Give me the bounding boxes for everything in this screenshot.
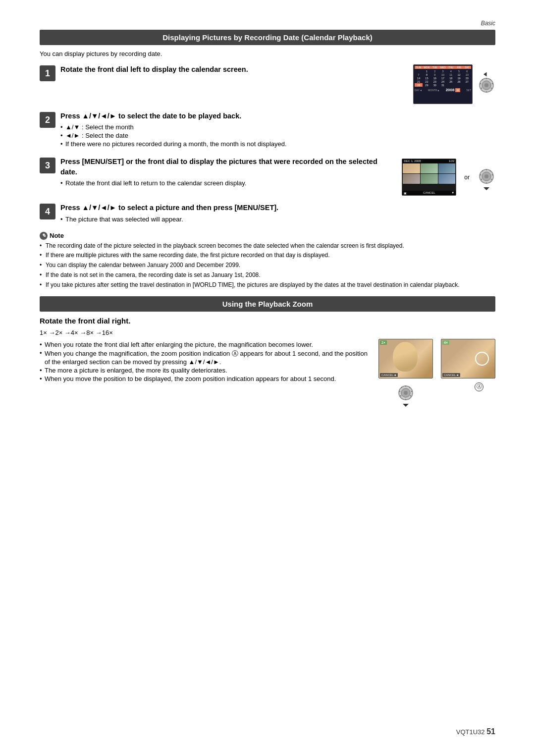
pb-thumb-4 bbox=[403, 174, 420, 184]
pb-thumb-1 bbox=[403, 163, 420, 173]
pb-thumb-5 bbox=[421, 174, 438, 184]
cal-grid: 1 2 3 4 5 6 7 8 9 10 11 12 13 14 15 16 1… bbox=[415, 69, 471, 87]
svg-marker-36 bbox=[403, 404, 409, 407]
pb-icon-left: ▣ bbox=[404, 191, 407, 195]
cal-cell: 16 bbox=[431, 76, 439, 80]
zoom-section: When you rotate the front dial left afte… bbox=[40, 339, 495, 406]
note-item-3: You can display the calendar between Jan… bbox=[40, 261, 495, 270]
svg-point-19 bbox=[491, 179, 492, 180]
zoom-cancel-label: CANCEL◄ bbox=[380, 373, 398, 377]
cal-cell bbox=[455, 83, 463, 87]
step2-bullet-3: If there were no pictures recorded durin… bbox=[60, 140, 495, 148]
dial-icon-zoom bbox=[397, 381, 415, 406]
cal-header: SUN MON TUE WED THU FRI SAT bbox=[415, 66, 471, 69]
step2-bullet-1: ▲/▼ : Select the month bbox=[60, 123, 495, 131]
cal-day-thu: THU bbox=[447, 66, 455, 69]
step3-number: 3 bbox=[40, 158, 55, 173]
cal-cell: 9 bbox=[431, 73, 439, 76]
cal-cell: 26 bbox=[455, 80, 463, 83]
svg-point-27 bbox=[404, 391, 408, 395]
pb-bottom-bar: ▣ CANCEL ▼ bbox=[402, 191, 456, 195]
svg-point-8 bbox=[481, 88, 482, 89]
step3-image-area: DEC 1, 2008 1/22 ▣ CANCEL ▼ or bbox=[402, 159, 495, 196]
zoom-bullet-3: The more a picture is enlarged, the more… bbox=[40, 367, 371, 374]
svg-point-17 bbox=[490, 170, 491, 171]
svg-point-7 bbox=[486, 91, 487, 92]
cal-cell: 2 bbox=[431, 69, 439, 73]
pb-thumbnails bbox=[402, 163, 456, 184]
step1-image-area: SUN MON TUE WED THU FRI SAT 1 2 3 4 5 6 … bbox=[413, 64, 495, 104]
step4-bullets: The picture that was selected will appea… bbox=[60, 216, 495, 223]
svg-point-15 bbox=[484, 174, 488, 178]
or-label: or bbox=[464, 174, 470, 181]
zoom-bullet-1: When you rotate the front dial left afte… bbox=[40, 341, 371, 348]
cal-day-sat: SAT bbox=[463, 66, 471, 69]
note-icon: ✎ bbox=[40, 232, 48, 240]
zoom-level-indicator: 4× bbox=[442, 340, 449, 345]
svg-point-31 bbox=[410, 395, 411, 396]
cal-day-nav: DAY◄ bbox=[415, 89, 422, 92]
cal-set: SET bbox=[466, 89, 471, 92]
svg-point-4 bbox=[490, 79, 491, 80]
zoom-bullets-area: When you rotate the front dial left afte… bbox=[40, 339, 371, 384]
cal-cell: 13 bbox=[463, 73, 471, 76]
svg-marker-11 bbox=[483, 72, 486, 76]
pb-thumb-6 bbox=[438, 174, 456, 184]
cal-cell bbox=[447, 83, 455, 87]
note-list: The recording date of the picture select… bbox=[40, 242, 495, 289]
dial-svg bbox=[478, 71, 495, 97]
step4-number: 4 bbox=[40, 204, 55, 219]
svg-point-22 bbox=[480, 174, 481, 175]
pb-icon-right: ▼ bbox=[451, 191, 454, 195]
step1-container: 1 Rotate the front dial left to display … bbox=[40, 64, 495, 104]
zoom-indicator-area: 4× CANCEL◄ Ⓐ bbox=[441, 339, 495, 391]
cal-cell: 1 bbox=[423, 69, 430, 73]
svg-point-34 bbox=[399, 390, 400, 391]
svg-point-33 bbox=[400, 395, 401, 396]
cal-cell: 5 bbox=[455, 69, 463, 73]
zoom-screen-cancel: CANCEL◄ bbox=[442, 373, 460, 377]
cal-day-tue: TUE bbox=[431, 66, 439, 69]
cal-cell: 17 bbox=[439, 76, 447, 80]
note-title-text: Note bbox=[50, 232, 64, 239]
cal-day-wed: WED bbox=[439, 66, 447, 69]
note-section: ✎ Note The recording date of the picture… bbox=[40, 232, 495, 289]
zoom-magnification: 1× →2× →4× →8× →16× bbox=[40, 329, 495, 336]
cal-cell: 27 bbox=[463, 80, 471, 83]
cal-cell bbox=[463, 83, 471, 87]
svg-point-20 bbox=[486, 182, 487, 183]
pb-date: DEC 1, 2008 bbox=[404, 160, 421, 162]
svg-marker-24 bbox=[483, 187, 489, 190]
cal-cell: 30 bbox=[431, 83, 439, 87]
svg-point-23 bbox=[482, 170, 483, 171]
footer-code: VQT1U32 bbox=[456, 728, 485, 736]
basic-label: Basic bbox=[40, 20, 495, 27]
note-item-5: If you take pictures after setting the t… bbox=[40, 281, 495, 289]
cal-cell: 21 bbox=[415, 80, 423, 83]
svg-point-10 bbox=[482, 79, 483, 80]
step3-container: 3 Press [MENU/SET] or the front dial to … bbox=[40, 157, 495, 196]
note-item-4: If the date is not set in the camera, th… bbox=[40, 271, 495, 279]
calendar-screen: SUN MON TUE WED THU FRI SAT 1 2 3 4 5 6 … bbox=[413, 64, 473, 104]
cal-cell bbox=[415, 69, 423, 73]
note-item-2: If there are multiple pictures with the … bbox=[40, 251, 495, 260]
pb-thumb-2 bbox=[421, 163, 438, 173]
zoom-level-tl: 2× bbox=[380, 340, 387, 345]
cal-cell: 3 bbox=[439, 69, 447, 73]
step2-content: Press ▲/▼/◄/► to select the date to be p… bbox=[60, 111, 495, 150]
svg-point-28 bbox=[405, 385, 406, 386]
cal-cell: 22 bbox=[423, 80, 430, 83]
section2-header: Using the Playback Zoom bbox=[40, 296, 495, 312]
cal-cell: 4 bbox=[447, 69, 455, 73]
step4-container: 4 Press ▲/▼/◄/► to select a picture and … bbox=[40, 203, 495, 224]
step4-content: Press ▲/▼/◄/► to select a picture and th… bbox=[60, 203, 495, 224]
step3-title: Press [MENU/SET] or the front dial to di… bbox=[60, 157, 394, 177]
step2-bullets: ▲/▼ : Select the month ◄/► : Select the … bbox=[60, 123, 495, 148]
cal-cell: 11 bbox=[447, 73, 455, 76]
svg-point-16 bbox=[486, 169, 487, 170]
svg-point-2 bbox=[484, 83, 488, 87]
section1-header: Displaying Pictures by Recording Date (C… bbox=[40, 30, 495, 45]
step3-bullets: Rotate the front dial left to return to … bbox=[60, 179, 394, 187]
cal-cell: 6 bbox=[463, 69, 471, 73]
svg-point-32 bbox=[405, 399, 406, 400]
